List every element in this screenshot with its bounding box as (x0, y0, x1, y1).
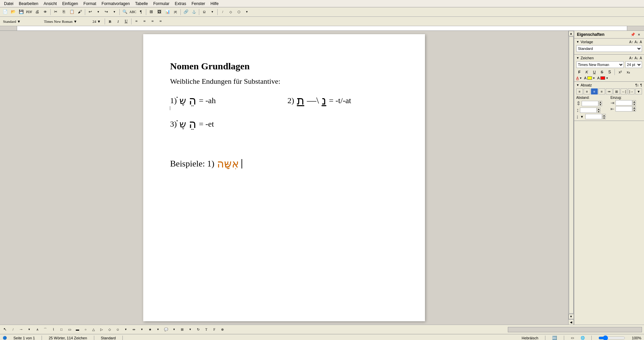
draw-extra-button[interactable]: ⬡ (235, 8, 243, 16)
spacing-below-inc[interactable]: ▲ (597, 108, 600, 110)
text-tool[interactable]: T (203, 326, 210, 333)
para-drop[interactable]: ▼ (635, 88, 642, 94)
view-web[interactable]: 🌐 (581, 336, 585, 340)
export-pdf-button[interactable]: PDF (25, 8, 33, 16)
spacing-below-dec[interactable]: ▼ (597, 110, 600, 113)
expand-panel-button[interactable]: ◀ (569, 319, 574, 325)
spacing-line-input[interactable]: 0,00 cm (585, 114, 602, 119)
scroll-down-button[interactable]: ▼ (569, 314, 574, 319)
snap-tool[interactable]: ⊕ (219, 326, 226, 333)
align-center-btn[interactable]: ≡ (584, 88, 590, 94)
indent-left-input[interactable]: 0,00 cm (615, 100, 632, 106)
menu-formatvorlagen[interactable]: Formatvorlagen (99, 1, 132, 7)
font-size-select[interactable]: 24 pt (625, 61, 642, 68)
font-size-select[interactable]: 24 ▼ (90, 18, 103, 25)
font-dollar-button[interactable]: S (606, 69, 613, 75)
menu-datei[interactable]: Datei (1, 1, 16, 7)
draw-line-button[interactable]: / (219, 8, 226, 16)
hyperlink-button[interactable]: 🔗 (182, 8, 190, 16)
highlight-color-drop[interactable]: ▼ (593, 77, 595, 80)
indent-right-inc[interactable]: ▲ (633, 106, 636, 109)
redo-drop-button[interactable]: ▼ (111, 8, 118, 16)
menu-einfuegen[interactable]: Einfügen (59, 1, 80, 7)
arrow-tool[interactable]: → (17, 326, 25, 333)
callout-drop[interactable]: ▼ (170, 326, 178, 333)
rect3-tool[interactable]: ▬ (74, 326, 81, 333)
align-justify-btn[interactable]: ≡ (598, 88, 605, 94)
flowchart-tool[interactable]: ⊞ (178, 326, 186, 333)
doublearrow-tool[interactable]: ⇔ (130, 326, 138, 333)
align-right-button[interactable]: ≡ (149, 18, 156, 25)
horizontal-scrollbar[interactable] (508, 327, 642, 332)
rotate-tool[interactable]: ↻ (195, 326, 202, 333)
menu-hilfe[interactable]: Hilfe (208, 1, 221, 7)
preview-button[interactable]: 👁 (42, 8, 49, 16)
menu-bearbeiten[interactable]: Bearbeiten (16, 1, 41, 7)
ellipse-tool[interactable]: ○ (82, 326, 89, 333)
doublearrow-drop[interactable]: ▼ (138, 326, 146, 333)
arrow-drop[interactable]: ▼ (25, 326, 33, 333)
menu-fenster[interactable]: Fenster (189, 1, 208, 7)
menu-ansicht[interactable]: Ansicht (41, 1, 59, 7)
numlist-btn[interactable]: ⊞ (613, 88, 620, 94)
curve-tool[interactable]: ⌒ (42, 326, 49, 333)
triangle2-tool[interactable]: ▷ (98, 326, 105, 333)
undo-drop-button[interactable]: ▼ (95, 8, 102, 16)
smiley-tool[interactable]: ☺ (114, 326, 121, 333)
callout-tool[interactable]: 💬 (162, 326, 170, 333)
paste-button[interactable]: 📋 (68, 8, 75, 16)
underline-button[interactable]: U (122, 18, 130, 25)
indent-inc-btn[interactable]: |→ (628, 88, 635, 94)
save-button[interactable]: 💾 (17, 8, 25, 16)
spacing-line-dec[interactable]: ▼ (602, 117, 606, 119)
align-center-button[interactable]: ≡ (141, 18, 148, 25)
copy-button[interactable]: ⎘ (60, 8, 67, 16)
align-right-btn[interactable]: ≡ (591, 88, 598, 94)
redo-button[interactable]: ↪ (103, 8, 110, 16)
font-subscript-button[interactable]: x₂ (625, 69, 632, 75)
panel-close-button[interactable]: × (637, 32, 641, 37)
indent-left-dec[interactable]: ▼ (633, 103, 636, 106)
flowchart-drop[interactable]: ▼ (186, 326, 194, 333)
view-normal[interactable]: ▭ (571, 336, 574, 340)
font-italic-button[interactable]: K (584, 69, 590, 75)
menu-extras[interactable]: Extras (172, 1, 189, 7)
line2-tool[interactable]: ∧ (34, 326, 41, 333)
vorlage-dropdown[interactable]: Standard (576, 45, 642, 52)
italic-button[interactable]: I (114, 18, 122, 25)
spacing-below-input[interactable]: 0,00 cm (580, 108, 597, 113)
clone-button[interactable]: 🖌 (76, 8, 84, 16)
undo-button[interactable]: ↩ (87, 8, 94, 16)
document-page[interactable]: Nomen Grundlagen Weibliche Endungen für … (143, 34, 425, 321)
font-superscript-button[interactable]: x² (616, 69, 624, 75)
menu-tabelle[interactable]: Tabelle (132, 1, 151, 7)
scroll-thumb[interactable] (569, 37, 574, 314)
star-tool[interactable]: ★ (146, 326, 154, 333)
anchor-button[interactable]: ⚓ (190, 8, 198, 16)
font-strike-button[interactable]: S (599, 69, 605, 75)
spacing-line-inc[interactable]: ▲ (602, 114, 606, 117)
spacing-above-dec[interactable]: ▼ (599, 104, 602, 106)
draw-select-button[interactable]: ◇ (227, 8, 234, 16)
draw-extra2-button[interactable]: ▼ (243, 8, 251, 16)
diamond-tool[interactable]: ◇ (106, 326, 113, 333)
panel-pin-button[interactable]: 📌 (631, 32, 635, 37)
spellcheck-button[interactable]: ABC (129, 8, 137, 16)
select-tool[interactable]: ↖ (1, 326, 9, 333)
indent-dec-btn[interactable]: ←| (621, 88, 627, 94)
font-bold-button[interactable]: F (576, 69, 583, 75)
style-select[interactable]: Standard ▼ (1, 18, 42, 25)
line-tool[interactable]: / (9, 326, 17, 333)
star-drop[interactable]: ▼ (154, 326, 162, 333)
bold-button[interactable]: B (106, 18, 114, 25)
menu-format[interactable]: Format (81, 1, 99, 7)
print-button[interactable]: 🖨 (34, 8, 41, 16)
fontwork-tool[interactable]: F (211, 326, 218, 333)
smiley-drop[interactable]: ▼ (122, 326, 129, 333)
open-button[interactable]: 📂 (9, 8, 17, 16)
rect-round-tool[interactable]: ▭ (66, 326, 73, 333)
image-button[interactable]: 🖼 (156, 8, 163, 16)
fields-button[interactable]: |#| (172, 8, 179, 16)
symbols-button[interactable]: Ω (201, 8, 208, 16)
triangle-tool[interactable]: △ (90, 326, 97, 333)
